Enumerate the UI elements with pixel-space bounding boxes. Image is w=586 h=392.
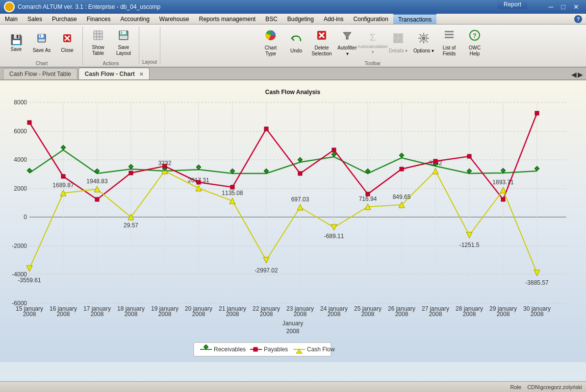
undo-button[interactable]: Undo (284, 26, 308, 60)
svg-text:2008: 2008 (125, 311, 138, 318)
list-of-fields-button[interactable]: List ofFields (437, 26, 461, 60)
delete-selection-icon (316, 29, 328, 44)
svg-text:?: ? (473, 32, 476, 39)
svg-text:2008: 2008 (294, 311, 307, 318)
autocalculation-label: Autocalculation ▾ (358, 44, 388, 55)
list-of-fields-icon (443, 29, 455, 44)
help-icon[interactable]: ? (574, 14, 586, 24)
svg-text:-2997.02: -2997.02 (255, 267, 278, 274)
tabs-bar: Cash Flow - Pivot Table Cash Flow - Char… (0, 68, 586, 80)
svg-point-24 (422, 37, 425, 40)
current-user: CDN\grzegorz.zolyński (527, 384, 582, 390)
menu-main[interactable]: Main (0, 14, 23, 24)
svg-text:2008: 2008 (91, 311, 104, 318)
chart-title: Cash Flow Analysis (265, 89, 321, 96)
tab-chart[interactable]: Cash Flow - Chart ✕ (78, 68, 150, 79)
toolbar-group-chart: 💾 Save Save As Close chart (1, 26, 83, 65)
save-layout-button[interactable]: Save Layout (111, 26, 136, 60)
window-controls[interactable]: ─ □ ✕ (546, 2, 582, 12)
svg-rect-22 (394, 39, 398, 43)
owc-help-icon: ? (469, 29, 481, 44)
autocalculation-button[interactable]: Σ Autocalculation ▾ (360, 26, 385, 60)
menu-configuration[interactable]: Configuration (349, 14, 393, 24)
svg-text:0: 0 (24, 214, 27, 220)
menu-bar: Main Sales Purchase Finances Accounting … (0, 14, 586, 24)
delete-selection-button[interactable]: DeleteSelection (309, 26, 334, 60)
options-button[interactable]: Options ▾ (411, 26, 436, 60)
close-window-button[interactable]: ✕ (570, 2, 582, 12)
chart-type-label: ChartType (265, 45, 277, 57)
title-bar-left: ● Comarch ALTUM ver. 3.1 : Enterprise - … (4, 1, 160, 12)
menu-purchase[interactable]: Purchase (47, 14, 82, 24)
cashflow-legend-label: Cash Flow (307, 346, 335, 353)
menu-budgeting[interactable]: Budgeting (282, 14, 319, 24)
save-button[interactable]: 💾 Save (4, 26, 28, 60)
toolbar-group-label: Toolbar (365, 61, 381, 66)
menu-reports[interactable]: Reports management (194, 14, 260, 24)
save-as-button[interactable]: Save As (29, 26, 54, 60)
menu-finances[interactable]: Finances (82, 14, 116, 24)
chart-buttons: 💾 Save Save As Close (4, 26, 79, 60)
svg-rect-120 (332, 148, 336, 152)
svg-text:6000: 6000 (14, 128, 27, 135)
show-table-button[interactable]: Show Table (86, 26, 110, 60)
svg-rect-2 (40, 35, 41, 37)
svg-rect-114 (129, 171, 133, 175)
chart-type-icon (265, 29, 277, 44)
svg-text:-1251.5: -1251.5 (459, 242, 480, 248)
autofilter-button[interactable]: Autofilter ▾ (335, 26, 359, 60)
menu-sales[interactable]: Sales (23, 14, 47, 24)
autofilter-label: Autofilter ▾ (336, 45, 358, 57)
owc-help-button[interactable]: ? OWC Help (462, 26, 487, 60)
menu-bsc[interactable]: BSC (260, 14, 282, 24)
close-icon (62, 33, 73, 47)
owc-help-label: OWC Help (464, 45, 485, 57)
svg-text:-689.11: -689.11 (324, 233, 344, 240)
role-label: Role (510, 384, 522, 390)
actions-buttons: Show Table Save Layout (86, 26, 136, 60)
svg-text:8000: 8000 (14, 99, 27, 106)
save-icon: 💾 (10, 34, 23, 46)
chart-svg: Cash Flow Analysis 8000 6000 4000 (0, 80, 586, 362)
svg-rect-27 (445, 34, 454, 35)
save-layout-icon (118, 30, 129, 44)
close-button[interactable]: Close (55, 26, 79, 60)
svg-rect-111 (27, 121, 31, 124)
svg-rect-121 (366, 192, 370, 196)
menu-warehouse[interactable]: Warehouse (154, 14, 194, 24)
menu-addins[interactable]: Add-ins (319, 14, 349, 24)
toolbar-group-layout: Layout (139, 26, 160, 65)
toolbar-main-buttons: ChartType Undo DeleteSelection Autofilte… (258, 26, 487, 60)
details-button[interactable]: Details ▾ (386, 26, 410, 60)
chart-group-label: chart (36, 61, 48, 66)
svg-text:-2000: -2000 (12, 243, 27, 249)
tab-close-button[interactable]: ✕ (139, 72, 143, 77)
svg-text:2008: 2008 (328, 311, 341, 318)
svg-text:2008: 2008 (361, 311, 375, 318)
app-logo: ● (4, 1, 15, 12)
tab-prev-button[interactable]: ◀ (571, 71, 577, 78)
receivables-legend-label: Receivables (214, 346, 246, 353)
show-table-label: Show Table (87, 45, 109, 56)
menu-transactions[interactable]: Transactions (393, 14, 436, 24)
tab-pivot[interactable]: Cash Flow - Pivot Table (3, 68, 77, 79)
minimize-button[interactable]: ─ (546, 2, 557, 12)
save-layout-label: Save Layout (113, 45, 134, 56)
options-label: Options ▾ (413, 48, 434, 54)
layout-group-label: Layout (142, 59, 157, 65)
title-bar: ● Comarch ALTUM ver. 3.1 : Enterprise - … (0, 0, 586, 14)
autofilter-icon (341, 29, 353, 44)
svg-rect-117 (230, 185, 234, 189)
svg-text:-3885.57: -3885.57 (525, 279, 549, 286)
chart-type-button[interactable]: ChartType (258, 26, 283, 60)
menu-accounting[interactable]: Accounting (115, 14, 154, 24)
svg-rect-21 (399, 34, 403, 38)
tabs-left: Cash Flow - Pivot Table Cash Flow - Char… (3, 68, 150, 79)
svg-rect-118 (264, 127, 268, 131)
svg-rect-1 (39, 34, 44, 38)
svg-rect-124 (467, 154, 471, 158)
svg-text:2008: 2008 (429, 311, 442, 318)
tab-next-button[interactable]: ▶ (578, 71, 583, 78)
svg-text:716.94: 716.94 (359, 196, 377, 202)
maximize-button[interactable]: □ (559, 2, 568, 12)
